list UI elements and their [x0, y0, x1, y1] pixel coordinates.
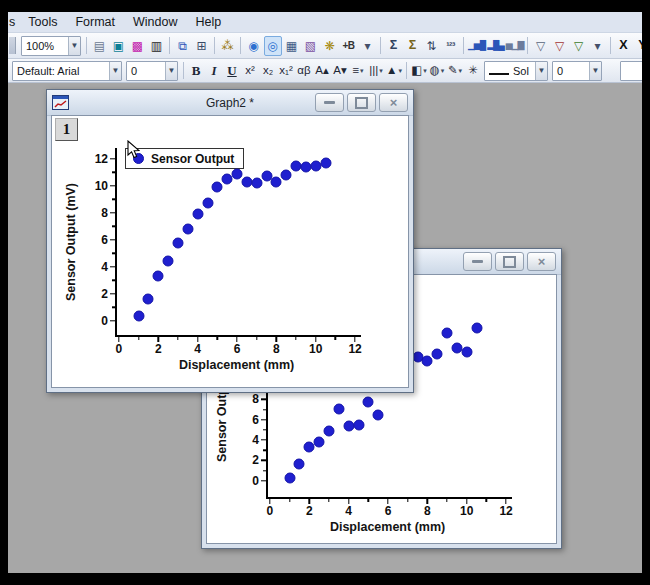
menu-clipped[interactable]: s: [8, 12, 19, 32]
x-axis-tick-label: 0: [116, 342, 123, 356]
italic-button[interactable]: I: [206, 62, 223, 80]
minimize-icon: [472, 260, 483, 263]
origin-application: sToolsFormatWindowHelp 100%▼▤▣▩▥⧉⊞⁂◉◎▦▧❋…: [8, 12, 642, 570]
toolbar-separator: [169, 37, 170, 54]
menu-format[interactable]: Format: [66, 12, 124, 32]
project-explorer-icon[interactable]: ⁂: [219, 36, 237, 56]
font-size-combo-dropdown[interactable]: ▼: [165, 62, 177, 80]
plot-setup-icon[interactable]: ▧: [302, 36, 320, 56]
layout-icon[interactable]: ⊞: [193, 36, 211, 56]
bold-button[interactable]: B: [188, 62, 205, 80]
data-point: [202, 198, 213, 209]
axis-x-tool-icon[interactable]: X: [615, 36, 633, 56]
close-icon: ×: [538, 255, 546, 268]
set-values-icon[interactable]: ¹²³: [442, 36, 460, 56]
subsuperscript-button[interactable]: x₁²: [278, 62, 295, 80]
symbol-insert-button[interactable]: ▲▾: [386, 62, 403, 80]
graph2-canvas: 1 024681012024681012Displacement (mm)Sen…: [51, 115, 409, 388]
vertical-text-button-dropdown-arrow: ▾: [379, 67, 383, 74]
close-button[interactable]: ×: [527, 252, 556, 271]
column-chart-icon[interactable]: ▁▅█: [468, 36, 486, 56]
data-point: [461, 346, 472, 357]
y-axis-minor-tick: [112, 199, 115, 200]
data-point: [271, 176, 282, 187]
video-capture-icon[interactable]: ▥: [148, 36, 166, 56]
font-family-combo-dropdown[interactable]: ▼: [109, 62, 121, 80]
y-axis-minor-tick: [263, 409, 266, 410]
minimize-button[interactable]: [463, 252, 492, 271]
rescale-axes-icon[interactable]: +B: [340, 36, 358, 56]
x-axis-tick-label: 6: [234, 342, 241, 356]
layer-1-button[interactable]: 1: [55, 118, 78, 141]
toolbar-overflow-icon[interactable]: ▾: [359, 36, 377, 56]
font-family-combo[interactable]: Default: Arial▼: [12, 61, 122, 81]
stack-chart-icon[interactable]: ▅▁▇: [506, 36, 524, 56]
graph2-titlebar[interactable]: Graph2 * ×: [47, 90, 413, 116]
statistics-on-column-icon[interactable]: Σ: [385, 36, 403, 56]
y-axis-major-tick: [110, 266, 115, 267]
close-button[interactable]: ×: [379, 93, 408, 112]
image-export-icon[interactable]: ▩: [129, 36, 147, 56]
menu-help[interactable]: Help: [187, 12, 231, 32]
zoom-in-icon[interactable]: ◉: [245, 36, 263, 56]
worksheet-grid-icon[interactable]: ▦: [283, 36, 301, 56]
screen-reader-icon[interactable]: ▣: [110, 36, 128, 56]
subscript-button[interactable]: x₂: [260, 62, 277, 80]
underline-button[interactable]: U: [224, 62, 241, 80]
palette-button-dropdown-arrow: ▾: [441, 67, 445, 74]
data-point: [163, 256, 174, 267]
x-axis-title: Displacement (mm): [330, 520, 445, 534]
menu-tools[interactable]: Tools: [19, 12, 66, 32]
toolbar-overflow-icon-2[interactable]: ▾: [589, 36, 607, 56]
menu-window[interactable]: Window: [124, 12, 186, 32]
format-toolbar: Default: Arial▼0▼BIUx²x₂x₁²αβA▴A▾≡▾|||▾▲…: [8, 59, 642, 83]
restore-button[interactable]: [347, 93, 376, 112]
y-axis-tick-label: 0: [101, 314, 108, 328]
sort-icon[interactable]: ⇅: [423, 36, 441, 56]
line-width-combo-dropdown[interactable]: ▼: [589, 62, 601, 80]
data-point: [363, 397, 374, 408]
plot-legend[interactable]: Sensor Output: [125, 148, 244, 169]
axis-y-tool-icon[interactable]: Y: [634, 36, 643, 56]
histogram-chart-icon[interactable]: ▂█▄: [487, 36, 505, 56]
sum-icon[interactable]: Σ: [404, 36, 422, 56]
filter-reapply-icon[interactable]: ▽: [570, 36, 588, 56]
line-width-combo[interactable]: 0▼: [552, 61, 602, 81]
fill-color-button[interactable]: ◧▾: [411, 62, 428, 80]
zoom-level-combo-dropdown[interactable]: ▼: [68, 37, 80, 55]
y-axis-tick-label: 6: [101, 233, 108, 247]
window-graph2: Graph2 * × 1 024681012024681012Displacem…: [46, 89, 414, 393]
line-color-button[interactable]: ✎▾: [447, 62, 464, 80]
data-point: [320, 157, 331, 168]
superscript-button[interactable]: x²: [242, 62, 259, 80]
align-button[interactable]: ≡▾: [350, 62, 367, 80]
clipped-edge-combo[interactable]: ▼: [620, 61, 642, 81]
font-size-combo[interactable]: 0▼: [126, 61, 178, 81]
x-axis-tick-label: 4: [345, 504, 352, 518]
data-point: [471, 323, 482, 334]
vertical-text-button[interactable]: |||▾: [368, 62, 385, 80]
options-gear-icon[interactable]: ❋: [321, 36, 339, 56]
restore-button[interactable]: [495, 252, 524, 271]
toolbar-separator: [527, 37, 528, 54]
zoom-level-combo[interactable]: 100%▼: [21, 36, 81, 56]
line-style-combo[interactable]: Sol▼: [484, 61, 548, 81]
line-style-combo-dropdown[interactable]: ▼: [535, 62, 547, 80]
print-icon[interactable]: ▤: [91, 36, 109, 56]
duplicate-window-icon[interactable]: ⧉: [174, 36, 192, 56]
data-point: [333, 403, 344, 414]
increase-font-button[interactable]: A▴: [314, 62, 331, 80]
filter-remove-icon[interactable]: ▽: [551, 36, 569, 56]
filter-icon[interactable]: ▽: [532, 36, 550, 56]
palette-button[interactable]: ◍▾: [429, 62, 446, 80]
decrease-font-button[interactable]: A▾: [332, 62, 349, 80]
toolbar-separator: [380, 37, 381, 54]
data-point: [143, 294, 154, 305]
glow-effect-button[interactable]: ✳: [465, 62, 482, 80]
greek-symbols-button[interactable]: αβ: [296, 62, 313, 80]
y-axis-major-tick: [261, 480, 266, 481]
minimize-button[interactable]: [315, 93, 344, 112]
zoom-region-icon[interactable]: ◎: [264, 36, 282, 56]
y-axis-major-tick: [110, 293, 115, 294]
x-axis-minor-tick: [295, 337, 296, 340]
